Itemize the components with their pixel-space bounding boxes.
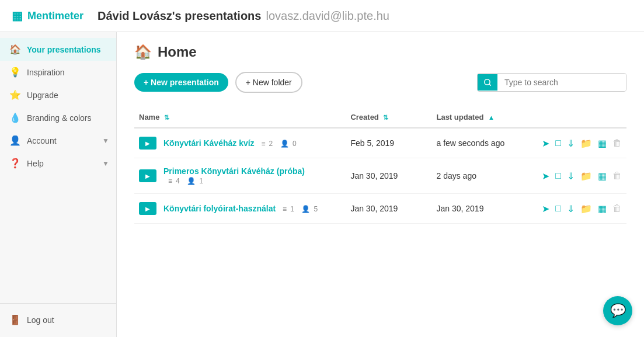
- participants-icon: 👤: [280, 140, 289, 148]
- slides-icon: ≡: [283, 205, 287, 213]
- pres-meta-slides: ≡ 1 👤 5: [283, 205, 318, 213]
- participants-icon: 👤: [187, 177, 196, 185]
- share-icon[interactable]: ➤: [542, 138, 549, 149]
- header-email: lovasz.david@lib.pte.hu: [266, 9, 389, 23]
- sidebar-label-help: Help: [27, 159, 44, 168]
- pres-actions: ➤ □ ⇓ 📁 ▦ 🗑: [537, 128, 626, 158]
- page-title: 🏠 Home: [134, 44, 197, 60]
- copy-icon[interactable]: ▦: [598, 138, 607, 149]
- pres-last-updated: 2 days ago: [431, 158, 537, 194]
- copy-icon[interactable]: ▦: [598, 203, 607, 214]
- pres-actions: ➤ □ ⇓ 📁 ▦ 🗑: [537, 158, 626, 194]
- delete-icon[interactable]: 🗑: [612, 171, 622, 181]
- star-icon: ⭐: [9, 89, 21, 100]
- pres-name-link[interactable]: Könyvtári Kávéház kvíz: [163, 138, 255, 148]
- sidebar-item-your-presentations[interactable]: 🏠 Your presentations: [0, 38, 116, 61]
- chevron-down-icon: ▼: [102, 137, 109, 145]
- pres-created: Jan 30, 2019: [346, 158, 431, 194]
- help-icon: ❓: [9, 158, 21, 169]
- sidebar: 🏠 Your presentations 💡 Inspiration ⭐ Upg…: [0, 32, 117, 337]
- logo-text: Mentimeter: [27, 10, 83, 22]
- pres-name-cell: ▶ Könyvtári folyóirat-használat ≡ 1 👤 5: [134, 194, 346, 224]
- sidebar-item-branding-colors[interactable]: 💧 Branding & colors: [0, 106, 116, 129]
- col-actions: [537, 107, 626, 128]
- download-icon[interactable]: ⇓: [567, 138, 575, 149]
- page-header: 🏠 Home: [134, 44, 626, 60]
- folder-icon[interactable]: 📁: [580, 138, 592, 149]
- pres-created: Jan 30, 2019: [346, 194, 431, 224]
- sidebar-label-account: Account: [27, 136, 57, 145]
- logout-icon: 🚪: [9, 314, 21, 325]
- pres-last-updated: Jan 30, 2019: [431, 194, 537, 224]
- main-content: 🏠 Home + New presentation + New folder N…: [117, 32, 644, 337]
- search-icon: [483, 78, 492, 86]
- svg-line-1: [489, 84, 491, 86]
- duplicate-icon[interactable]: □: [555, 171, 561, 181]
- sidebar-label-logout: Log out: [27, 315, 54, 325]
- app-header: ▦ Mentimeter Dávid Lovász's presentation…: [0, 0, 644, 32]
- header-title: Dávid Lovász's presentations: [98, 9, 261, 23]
- download-icon[interactable]: ⇓: [567, 203, 575, 214]
- bulb-icon: 💡: [9, 67, 21, 78]
- logo-icon: ▦: [12, 9, 23, 23]
- sort-arrows-updated: ▲: [488, 114, 495, 121]
- chat-icon: 💬: [610, 303, 626, 318]
- slides-icon: ≡: [262, 140, 266, 148]
- home-icon: 🏠: [9, 44, 21, 55]
- sidebar-item-help[interactable]: ❓ Help ▼: [0, 152, 116, 175]
- col-created[interactable]: Created ⇅: [346, 107, 431, 128]
- pres-actions: ➤ □ ⇓ 📁 ▦ 🗑: [537, 194, 626, 224]
- participants-icon: 👤: [301, 205, 310, 213]
- sidebar-label-branding: Branding & colors: [27, 113, 92, 123]
- new-folder-button[interactable]: + New folder: [235, 72, 302, 93]
- sort-arrows-created: ⇅: [383, 114, 388, 121]
- logo[interactable]: ▦ Mentimeter: [12, 9, 83, 23]
- delete-icon[interactable]: 🗑: [612, 138, 622, 148]
- search-wrapper: [477, 73, 626, 92]
- share-icon[interactable]: ➤: [542, 203, 549, 214]
- table-row: ▶ Könyvtári Kávéház kvíz ≡ 2 👤 0 Feb 5, …: [134, 128, 626, 158]
- col-last-updated[interactable]: Last updated ▲: [431, 107, 537, 128]
- sidebar-item-inspiration[interactable]: 💡 Inspiration: [0, 61, 116, 84]
- drop-icon: 💧: [9, 112, 21, 123]
- pres-name-cell: ▶ Primeros Könyvtári Kávéház (próba) ≡ 4…: [134, 158, 346, 194]
- duplicate-icon[interactable]: □: [555, 203, 561, 214]
- home-page-icon: 🏠: [134, 44, 152, 60]
- pres-last-updated: a few seconds ago: [431, 128, 537, 158]
- presentations-table: Name ⇅ Created ⇅ Last updated ▲: [134, 107, 626, 224]
- share-icon[interactable]: ➤: [542, 171, 549, 182]
- sort-arrows-name: ⇅: [164, 114, 169, 121]
- copy-icon[interactable]: ▦: [598, 171, 607, 182]
- delete-icon[interactable]: 🗑: [612, 203, 622, 214]
- pres-created: Feb 5, 2019: [346, 128, 431, 158]
- pres-name-cell: ▶ Könyvtári Kávéház kvíz ≡ 2 👤 0: [134, 128, 346, 158]
- sidebar-label-inspiration: Inspiration: [27, 68, 65, 77]
- pres-name-link[interactable]: Primeros Könyvtári Kávéház (próba): [163, 166, 305, 176]
- slides-icon: ≡: [168, 177, 172, 185]
- sidebar-label-your-presentations: Your presentations: [27, 45, 101, 54]
- folder-icon[interactable]: 📁: [580, 203, 592, 214]
- chat-button[interactable]: 💬: [603, 296, 632, 325]
- main-layout: 🏠 Your presentations 💡 Inspiration ⭐ Upg…: [0, 32, 644, 337]
- folder-icon[interactable]: 📁: [580, 171, 592, 182]
- table-row: ▶ Primeros Könyvtári Kávéház (próba) ≡ 4…: [134, 158, 626, 194]
- search-input[interactable]: [497, 74, 626, 91]
- pres-play-icon[interactable]: ▶: [139, 169, 156, 182]
- new-presentation-button[interactable]: + New presentation: [134, 73, 228, 92]
- download-icon[interactable]: ⇓: [567, 171, 575, 182]
- pres-play-icon[interactable]: ▶: [139, 137, 156, 150]
- sidebar-item-account[interactable]: 👤 Account ▼: [0, 129, 116, 152]
- search-button[interactable]: [478, 74, 497, 91]
- sidebar-item-upgrade[interactable]: ⭐ Upgrade: [0, 84, 116, 106]
- sidebar-label-upgrade: Upgrade: [27, 91, 58, 100]
- actions-bar: + New presentation + New folder: [134, 72, 626, 93]
- pres-meta-slides: ≡ 4 👤 1: [168, 177, 203, 185]
- sidebar-item-logout[interactable]: 🚪 Log out: [0, 308, 116, 331]
- user-icon: 👤: [9, 135, 21, 146]
- duplicate-icon[interactable]: □: [555, 138, 561, 148]
- pres-name-link[interactable]: Könyvtári folyóirat-használat: [163, 204, 276, 213]
- chevron-down-icon-help: ▼: [102, 159, 109, 168]
- pres-play-icon[interactable]: ▶: [139, 202, 156, 215]
- col-name[interactable]: Name ⇅: [134, 107, 346, 128]
- table-row: ▶ Könyvtári folyóirat-használat ≡ 1 👤 5 …: [134, 194, 626, 224]
